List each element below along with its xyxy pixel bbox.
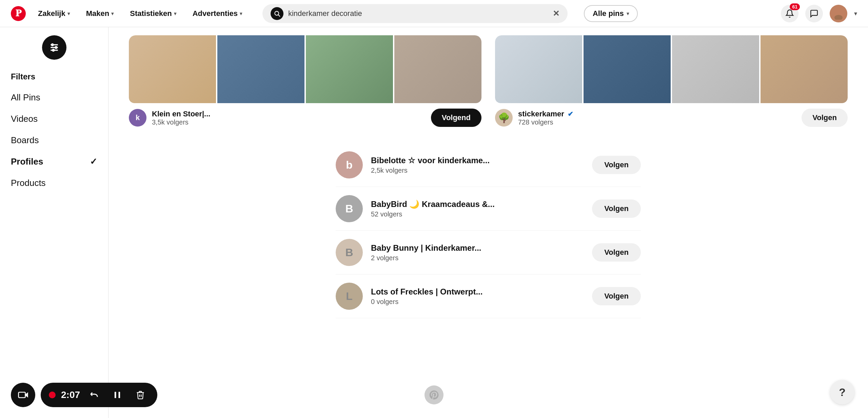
chevron-down-icon: ▾: [67, 11, 70, 16]
videos-filter-label: Videos: [11, 114, 38, 124]
sidebar-item-boards[interactable]: Boards: [0, 130, 108, 151]
svg-rect-12: [115, 392, 116, 398]
profile-followers-lotsoffreckles: 0 volgers: [371, 298, 584, 306]
nav-item-zakelijk[interactable]: Zakelijk ▾: [34, 6, 74, 21]
filter-toggle-button[interactable]: [42, 35, 66, 60]
svg-point-9: [52, 49, 54, 51]
nav-item-advertenties[interactable]: Advertenties ▾: [189, 6, 246, 21]
main-layout: Filters All Pins Videos Boards Profiles …: [0, 27, 868, 418]
profile-followers-bibelotte: 2,5k volgers: [371, 167, 584, 174]
profiles-list: b Bibelotte ☆ voor kinderkame... 2,5k vo…: [336, 143, 641, 318]
board-footer-2: 🌳 stickerkamer ✔ 728 volgers Volgen: [495, 109, 848, 127]
screen-record-icon-button[interactable]: [11, 383, 35, 407]
board-image-5: [495, 35, 582, 103]
svg-point-2: [836, 10, 841, 15]
svg-point-7: [52, 44, 53, 45]
user-avatar[interactable]: [830, 5, 847, 22]
profile-info-babybunny: Baby Bunny | Kinderkamer... 2 volgers: [371, 243, 584, 262]
notifications-button[interactable]: 61: [781, 5, 798, 22]
board-followers: 3,5k volgers: [152, 118, 426, 126]
profile-name-babybird: BabyBird 🌙 Kraamcadeaus &...: [371, 200, 584, 209]
all-pins-filter-label: All Pins: [11, 92, 40, 103]
profile-item-bibelotte: b Bibelotte ☆ voor kinderkame... 2,5k vo…: [336, 143, 641, 187]
profile-name-bibelotte: Bibelotte ☆ voor kinderkame...: [371, 156, 584, 165]
nav-item-statistieken[interactable]: Statistieken ▾: [126, 6, 180, 21]
pause-button[interactable]: [108, 386, 126, 404]
board-name-2: stickerkamer ✔: [518, 110, 796, 118]
board-image-6: [584, 35, 671, 103]
filters-title: Filters: [0, 69, 108, 84]
nav-item-maken[interactable]: Maken ▾: [82, 6, 118, 21]
help-button[interactable]: ?: [830, 380, 854, 404]
sidebar-item-videos[interactable]: Videos: [0, 108, 108, 130]
sidebar-item-products[interactable]: Products: [0, 172, 108, 194]
chevron-down-icon: ▾: [111, 11, 114, 16]
all-pins-label: Alle pins: [593, 9, 624, 18]
board-card-klein-en-stoer: k Klein en Stoer|... 3,5k volgers Volgen…: [129, 35, 481, 127]
follow-button-lotsoffreckles[interactable]: Volgen: [592, 287, 641, 305]
profile-info-lotsoffreckles: Lots of Freckles | Ontwerpt... 0 volgers: [371, 287, 584, 306]
board-info-2: stickerkamer ✔ 728 volgers: [518, 110, 796, 126]
svg-rect-10: [19, 392, 25, 398]
nav-zakelijk-label: Zakelijk: [38, 9, 65, 18]
top-navigation: 𝐏 Zakelijk ▾ Maken ▾ Statistieken ▾ Adve…: [0, 0, 868, 27]
timer-display: 2:07: [41, 383, 157, 407]
checkmark-icon: ✓: [90, 156, 97, 167]
nav-logo[interactable]: 𝐏: [11, 6, 26, 21]
products-filter-label: Products: [11, 178, 46, 188]
board-images-2: [495, 35, 848, 103]
profile-name-lotsoffreckles: Lots of Freckles | Ontwerpt...: [371, 287, 584, 297]
nav-advertenties-label: Advertenties: [193, 9, 238, 18]
profile-followers-babybird: 52 volgers: [371, 210, 584, 218]
nav-statistieken-label: Statistieken: [130, 9, 172, 18]
board-image-2: [217, 35, 304, 103]
search-icon: [271, 7, 283, 20]
board-image-4: [394, 35, 481, 103]
board-name: Klein en Stoer|...: [152, 110, 426, 118]
follow-button-babybunny[interactable]: Volgen: [592, 243, 641, 262]
profile-followers-babybunny: 2 volgers: [371, 254, 584, 262]
pinterest-logo-icon: 𝐏: [11, 6, 26, 21]
profile-info-bibelotte: Bibelotte ☆ voor kinderkame... 2,5k volg…: [371, 156, 584, 174]
undo-button[interactable]: [85, 386, 103, 404]
search-input[interactable]: [288, 9, 548, 18]
nav-right-icons: 61 ▾: [781, 5, 857, 22]
user-menu-chevron-icon[interactable]: ▾: [854, 10, 857, 17]
board-image-1: [129, 35, 216, 103]
footer-logo: [425, 385, 443, 404]
svg-line-1: [278, 15, 280, 16]
svg-rect-13: [119, 392, 120, 398]
chevron-down-icon: ▾: [174, 11, 176, 16]
notification-badge: 61: [790, 3, 800, 10]
board-image-8: [761, 35, 848, 103]
profile-avatar-babybunny: B: [336, 239, 363, 266]
board-image-3: [306, 35, 393, 103]
search-clear-icon[interactable]: ✕: [553, 9, 559, 18]
record-dot-icon: [49, 392, 56, 398]
chevron-down-icon: ▾: [240, 11, 242, 16]
profile-avatar-babybird: B: [336, 195, 363, 222]
follow-button-sticker[interactable]: Volgen: [802, 109, 848, 127]
svg-point-3: [834, 15, 843, 20]
nav-maken-label: Maken: [86, 9, 109, 18]
profile-info-babybird: BabyBird 🌙 Kraamcadeaus &... 52 volgers: [371, 200, 584, 218]
profile-avatar-bibelotte: b: [336, 151, 363, 178]
profile-name-babybunny: Baby Bunny | Kinderkamer...: [371, 243, 584, 253]
board-avatar-sticker: 🌳: [495, 109, 513, 127]
messages-button[interactable]: [805, 5, 823, 22]
all-pins-dropdown[interactable]: Alle pins ▾: [584, 5, 638, 22]
verified-icon: ✔: [568, 110, 573, 118]
follow-button-klein[interactable]: Volgend: [431, 109, 481, 127]
boards-row: k Klein en Stoer|... 3,5k volgers Volgen…: [129, 35, 848, 127]
sidebar: Filters All Pins Videos Boards Profiles …: [0, 27, 108, 418]
follow-button-babybird[interactable]: Volgen: [592, 200, 641, 218]
boards-filter-label: Boards: [11, 135, 39, 146]
delete-button[interactable]: [132, 386, 149, 404]
follow-button-bibelotte[interactable]: Volgen: [592, 156, 641, 174]
main-content: k Klein en Stoer|... 3,5k volgers Volgen…: [108, 27, 868, 418]
board-avatar-klein: k: [129, 109, 146, 127]
sidebar-item-all-pins[interactable]: All Pins: [0, 87, 108, 108]
sidebar-item-profiles[interactable]: Profiles ✓: [0, 151, 108, 172]
board-images: [129, 35, 481, 103]
search-bar[interactable]: ✕: [262, 4, 568, 23]
